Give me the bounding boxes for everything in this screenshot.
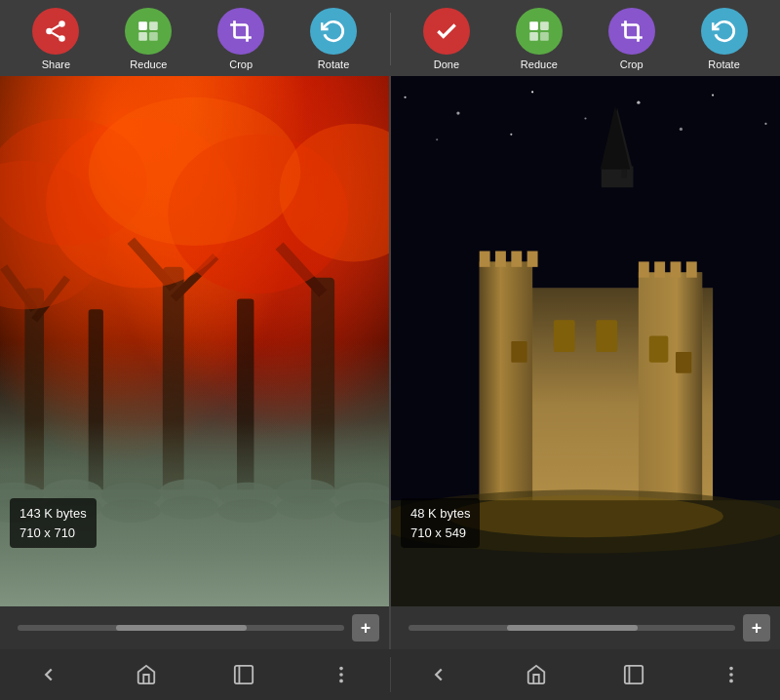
svg-rect-72	[596, 320, 617, 352]
left-photo-dimensions: 710 x 710	[20, 524, 87, 543]
svg-point-52	[436, 138, 438, 140]
svg-point-33	[160, 479, 219, 504]
left-photo-area[interactable]: 143 K bytes 710 x 710	[0, 76, 389, 606]
svg-rect-14	[89, 309, 103, 606]
reduce-button-left[interactable]: Reduce	[125, 8, 172, 70]
reduce-icon-right	[516, 8, 563, 55]
svg-point-43	[334, 499, 389, 523]
done-icon	[423, 8, 470, 55]
svg-point-85	[339, 680, 343, 683]
recents-button-left[interactable]	[222, 653, 265, 696]
left-photo-size: 143 K bytes	[20, 504, 87, 524]
left-scroll-thumb	[116, 625, 247, 631]
menu-button-left[interactable]	[320, 653, 363, 696]
done-button[interactable]: Done	[423, 8, 470, 70]
back-button-right[interactable]	[417, 653, 460, 696]
main-content: 143 K bytes 710 x 710 +	[0, 76, 780, 649]
reduce-label-left: Reduce	[130, 58, 167, 70]
nav-bar	[0, 649, 780, 700]
svg-point-28	[89, 97, 301, 246]
svg-point-1	[47, 28, 54, 35]
svg-point-84	[339, 673, 343, 677]
svg-point-2	[59, 35, 66, 42]
nav-left	[0, 649, 390, 700]
rotate-icon-right	[701, 8, 748, 55]
crop-label-right: Crop	[620, 58, 644, 70]
svg-rect-15	[163, 267, 184, 606]
svg-rect-64	[495, 252, 506, 267]
crop-icon-right	[608, 8, 655, 55]
left-add-button[interactable]: +	[352, 614, 379, 642]
share-button[interactable]: Share	[32, 8, 79, 70]
svg-rect-74	[649, 336, 669, 363]
svg-point-78	[448, 495, 723, 538]
menu-button-right[interactable]	[710, 653, 753, 696]
svg-rect-9	[529, 21, 538, 30]
recents-button-right[interactable]	[612, 653, 655, 696]
svg-rect-16	[237, 298, 254, 606]
svg-point-32	[101, 483, 161, 508]
svg-rect-12	[540, 32, 549, 41]
svg-point-45	[404, 97, 406, 98]
svg-rect-65	[511, 252, 522, 267]
svg-rect-80	[621, 170, 626, 178]
svg-point-39	[101, 499, 161, 523]
right-photo-info: 48 K bytes 710 x 549	[401, 498, 480, 548]
svg-point-54	[680, 128, 682, 131]
share-label: Share	[42, 58, 70, 70]
share-icon	[32, 8, 79, 55]
svg-point-46	[456, 111, 459, 114]
svg-rect-66	[527, 252, 538, 267]
svg-rect-75	[676, 352, 691, 373]
svg-point-53	[510, 134, 512, 136]
svg-rect-69	[671, 261, 682, 277]
svg-rect-13	[24, 289, 44, 606]
right-photo-area[interactable]: 48 K bytes 710 x 549	[391, 76, 780, 606]
svg-point-51	[764, 123, 766, 125]
svg-point-40	[160, 496, 219, 520]
reduce-label-right: Reduce	[521, 58, 558, 70]
svg-rect-7	[139, 32, 148, 41]
svg-line-3	[53, 33, 59, 37]
svg-point-42	[276, 496, 335, 520]
home-button-right[interactable]	[515, 653, 558, 696]
right-panel-bottom: +	[391, 606, 780, 649]
rotate-label-right: Rotate	[708, 58, 739, 70]
left-photo-info: 143 K bytes 710 x 710	[10, 498, 97, 548]
back-button-left[interactable]	[27, 653, 70, 696]
svg-point-90	[729, 680, 733, 683]
svg-rect-62	[639, 272, 702, 526]
svg-point-35	[276, 479, 335, 504]
rotate-label-left: Rotate	[318, 58, 349, 70]
svg-rect-11	[529, 32, 538, 41]
svg-point-34	[217, 483, 277, 508]
right-panel: 48 K bytes 710 x 549 +	[391, 76, 780, 649]
right-scroll-track[interactable]	[409, 625, 735, 631]
home-button-left[interactable]	[125, 653, 168, 696]
svg-point-48	[584, 117, 586, 119]
toolbar: Share Reduce Crop	[0, 0, 780, 76]
svg-rect-73	[511, 341, 526, 363]
crop-icon-left	[217, 8, 264, 55]
svg-rect-86	[625, 666, 643, 683]
rotate-button-right[interactable]: Rotate	[701, 8, 748, 70]
svg-point-89	[729, 673, 733, 677]
svg-rect-70	[686, 261, 697, 277]
svg-rect-67	[639, 261, 649, 277]
crop-button-left[interactable]: Crop	[217, 8, 264, 70]
svg-rect-81	[235, 666, 253, 683]
svg-rect-68	[654, 261, 665, 277]
svg-rect-10	[540, 21, 549, 30]
left-scroll-track[interactable]	[18, 625, 344, 631]
right-add-button[interactable]: +	[743, 614, 770, 642]
crop-button-right[interactable]: Crop	[608, 8, 655, 70]
reduce-button-right[interactable]: Reduce	[516, 8, 563, 70]
right-photo-dimensions: 710 x 549	[410, 524, 470, 543]
svg-rect-71	[554, 320, 575, 352]
toolbar-left: Share Reduce Crop	[0, 8, 390, 70]
crop-label-left: Crop	[229, 58, 253, 70]
right-scroll-thumb	[507, 625, 638, 631]
svg-rect-5	[139, 21, 148, 30]
rotate-button-left[interactable]: Rotate	[310, 8, 357, 70]
left-panel: 143 K bytes 710 x 710 +	[0, 76, 389, 649]
